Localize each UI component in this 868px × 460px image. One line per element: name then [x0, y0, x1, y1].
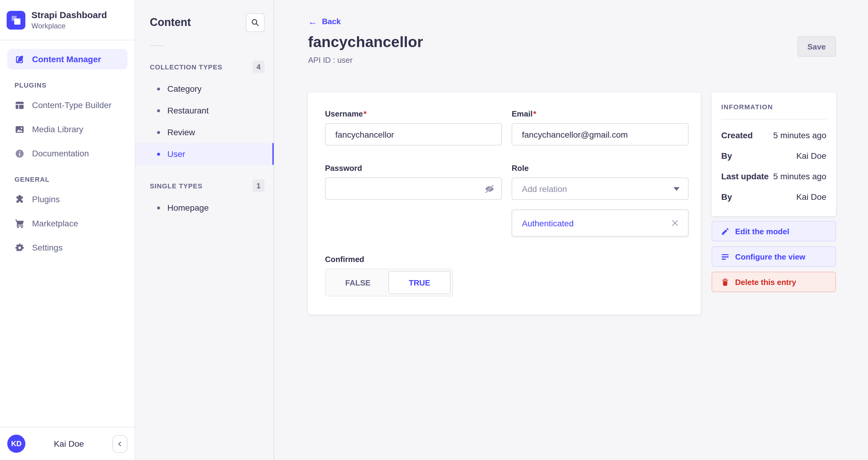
nav-item-media-library[interactable]: Media Library [7, 119, 127, 139]
strapi-app: Strapi Dashboard Workplace Content Manag… [0, 0, 868, 460]
nav-section-plugins-title: PLUGINS [14, 81, 127, 89]
main-sidebar: Strapi Dashboard Workplace Content Manag… [0, 0, 135, 460]
nav-item-label: Content-Type Builder [32, 100, 112, 110]
nav-item-label: Settings [32, 243, 63, 252]
role-field: Role Add relation Authenticated [512, 164, 689, 237]
username-input[interactable] [325, 123, 502, 145]
username-field: Username* [325, 109, 502, 145]
user-name: Kai Doe [25, 439, 112, 449]
subnav-item-user[interactable]: User [135, 143, 274, 165]
sidebar-collapse-button[interactable] [112, 435, 127, 453]
information-divider [721, 119, 826, 120]
nav-item-label: Media Library [32, 124, 83, 134]
feather-pen-icon [14, 54, 25, 64]
subnav-divider [150, 45, 164, 46]
password-input[interactable] [325, 177, 502, 200]
workspace-name: Workplace [31, 22, 107, 30]
relation-link[interactable]: Authenticated [522, 218, 574, 228]
info-row-created-by: By Kai Doe [721, 151, 826, 161]
bullet-dot-icon [157, 153, 160, 156]
group-title: COLLECTION TYPES [150, 63, 222, 70]
content-row: Username* Email* Password [308, 92, 836, 315]
close-x-icon[interactable] [671, 219, 680, 228]
role-placeholder: Add relation [522, 184, 567, 194]
configure-view-button[interactable]: Configure the view [712, 246, 836, 267]
group-title: SINGLE TYPES [150, 182, 203, 189]
info-circle-icon [14, 148, 25, 159]
password-input-wrap [325, 177, 502, 200]
nav-item-label: Documentation [32, 149, 89, 158]
user-avatar[interactable]: KD [7, 435, 25, 453]
nav-item-plugins[interactable]: Plugins [7, 189, 127, 209]
subnav-item-category[interactable]: Category [135, 78, 274, 100]
subnav-header: Content [135, 0, 274, 40]
brand[interactable]: Strapi Dashboard Workplace [0, 0, 135, 40]
information-card: INFORMATION Created 5 minutes ago By Kai… [712, 92, 836, 216]
pencil-icon [721, 227, 730, 236]
main-content: ← Back fancychancellor API ID : user Sav… [274, 0, 868, 460]
confirmed-false-option[interactable]: FALSE [328, 271, 389, 294]
subnav-item-label: User [167, 149, 185, 159]
confirmed-field: Confirmed FALSE TRUE [325, 255, 502, 296]
trash-icon [721, 277, 730, 287]
api-id-subtitle: API ID : user [308, 56, 423, 65]
back-link[interactable]: ← Back [308, 17, 341, 26]
nav-item-content-manager[interactable]: Content Manager [7, 49, 127, 69]
delete-entry-button[interactable]: Delete this entry [712, 272, 836, 292]
bullet-dot-icon [157, 109, 160, 112]
email-field: Email* [512, 109, 689, 145]
email-label: Email* [512, 109, 689, 118]
confirmed-label: Confirmed [325, 255, 502, 264]
nav-item-label: Plugins [32, 194, 60, 204]
role-label: Role [512, 164, 689, 173]
nav-item-marketplace[interactable]: Marketplace [7, 213, 127, 234]
page-title: fancychancellor [308, 33, 423, 51]
confirmed-toggle: FALSE TRUE [325, 269, 453, 296]
info-row-last-update: Last update 5 minutes ago [721, 171, 826, 181]
subnav-title: Content [150, 16, 191, 29]
brand-text: Strapi Dashboard Workplace [31, 10, 107, 30]
page-header: fancychancellor API ID : user Save [308, 33, 836, 65]
page-title-block: fancychancellor API ID : user [308, 33, 423, 65]
info-row-created: Created 5 minutes ago [721, 130, 826, 140]
layout-grid-icon [14, 100, 25, 110]
required-asterisk: * [533, 109, 536, 118]
username-label: Username* [325, 109, 502, 118]
strapi-logo-icon [7, 10, 25, 29]
search-icon [251, 18, 260, 27]
subnav-item-review[interactable]: Review [135, 121, 274, 143]
search-button[interactable] [246, 13, 265, 32]
role-relation-chip: Authenticated [512, 209, 689, 237]
form-grid: Username* Email* Password [325, 109, 689, 296]
confirmed-true-option[interactable]: TRUE [389, 271, 451, 294]
edit-model-button[interactable]: Edit the model [712, 221, 836, 241]
role-select[interactable]: Add relation [512, 177, 689, 200]
subnav-item-homepage[interactable]: Homepage [135, 197, 274, 219]
align-lines-icon [721, 252, 730, 261]
cart-icon [14, 218, 25, 229]
subnav-item-label: Review [167, 127, 195, 137]
eye-off-icon[interactable] [485, 184, 495, 194]
email-input[interactable] [512, 123, 689, 145]
save-button[interactable]: Save [797, 36, 836, 57]
nav-item-label: Content Manager [32, 54, 101, 64]
content-subnav: Content COLLECTION TYPES 4 Category Rest… [135, 0, 274, 460]
single-types-count-badge: 1 [252, 179, 265, 192]
nav-body: Content Manager PLUGINS Content-Type Bui… [0, 40, 135, 427]
information-title: INFORMATION [721, 103, 826, 110]
bullet-dot-icon [157, 206, 160, 209]
nav-item-documentation[interactable]: Documentation [7, 143, 127, 164]
password-field: Password [325, 164, 502, 237]
subnav-item-restaurant[interactable]: Restaurant [135, 100, 274, 121]
entry-form-card: Username* Email* Password [308, 92, 701, 315]
single-types-header: SINGLE TYPES 1 [150, 179, 265, 192]
back-label: Back [322, 17, 341, 26]
image-icon [14, 124, 25, 134]
nav-item-settings[interactable]: Settings [7, 237, 127, 258]
collection-types-header: COLLECTION TYPES 4 [150, 60, 265, 73]
bullet-dot-icon [157, 87, 160, 90]
nav-item-content-type-builder[interactable]: Content-Type Builder [7, 95, 127, 115]
nav-section-general-title: GENERAL [14, 176, 127, 183]
puzzle-icon [14, 194, 25, 204]
bullet-dot-icon [157, 131, 160, 134]
